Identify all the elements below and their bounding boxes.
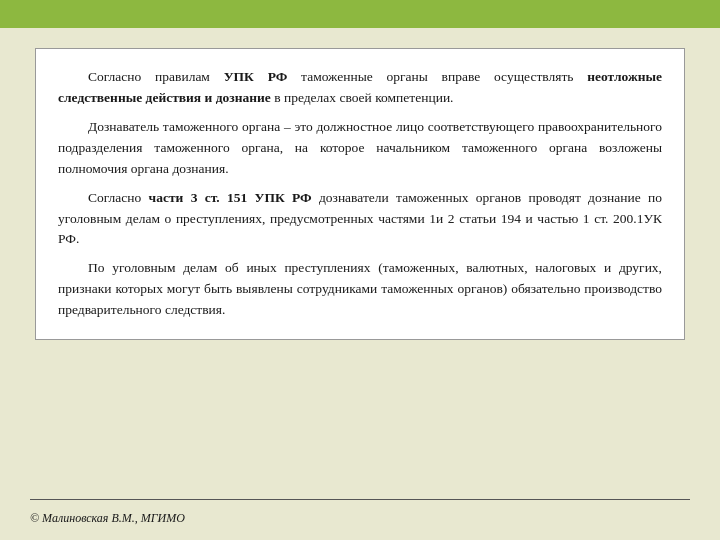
- footer-text: © Малиновская В.М., МГИМО: [30, 511, 185, 525]
- p3-bold1: части 3 ст. 151 УПК РФ: [149, 190, 312, 205]
- main-content: Согласно правилам УПК РФ таможенные орга…: [0, 28, 720, 350]
- text-box: Согласно правилам УПК РФ таможенные орга…: [35, 48, 685, 340]
- p1-text3: в пределах своей компетенции.: [271, 90, 454, 105]
- p1-bold1: УПК РФ: [224, 69, 288, 84]
- top-bar: [0, 0, 720, 28]
- paragraph-3: Согласно части 3 ст. 151 УПК РФ дознават…: [58, 188, 662, 251]
- footer-line: [30, 499, 690, 500]
- p1-text1: Согласно правилам: [88, 69, 224, 84]
- paragraph-1: Согласно правилам УПК РФ таможенные орга…: [58, 67, 662, 109]
- p3-text1: Согласно: [88, 190, 149, 205]
- paragraph-2: Дознаватель таможенного органа – это дол…: [58, 117, 662, 180]
- p1-text2: таможенные органы вправе осуществлять: [287, 69, 587, 84]
- empty-lines-area: [0, 350, 720, 440]
- paragraph-4: По уголовным делам об иных преступлениях…: [58, 258, 662, 321]
- footer-area: © Малиновская В.М., МГИМО: [0, 499, 720, 540]
